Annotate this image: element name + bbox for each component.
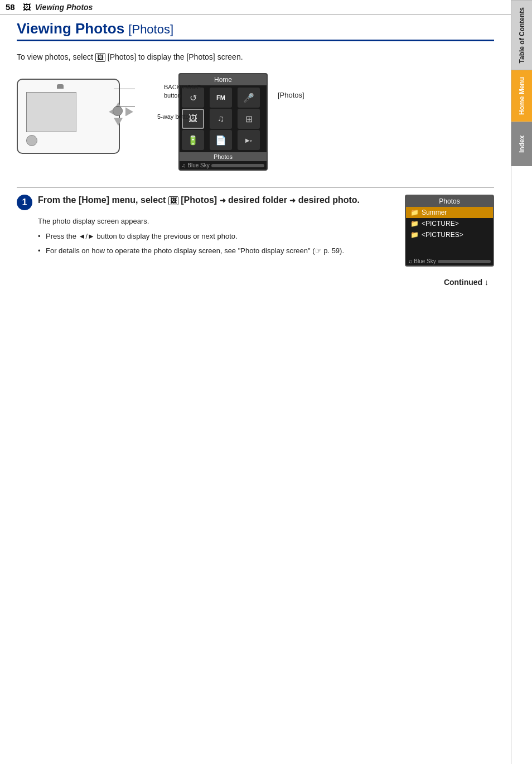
photos-row-0-label: Summer bbox=[422, 209, 447, 216]
photos-row-0: 📁 Summer bbox=[406, 207, 493, 218]
label-5way: 5-way button bbox=[157, 113, 192, 120]
continued-text: Continued ↓ bbox=[444, 278, 489, 287]
step-title-text4: desired photo. bbox=[298, 195, 360, 205]
main-content: Viewing Photos [Photos] To view photos, … bbox=[0, 20, 511, 309]
nav-mid-btn bbox=[113, 106, 123, 116]
section-divider bbox=[17, 187, 494, 188]
tab-toc-label: Table of Contents bbox=[518, 7, 526, 63]
tab-home-label: Home Menu bbox=[518, 77, 526, 115]
photos-footer-text: ♫ Blue Sky bbox=[408, 258, 436, 264]
device-body bbox=[17, 79, 120, 154]
step-content: 1 From the [Home] menu, select 🖼 [Photos… bbox=[17, 195, 388, 259]
continued-area: Continued ↓ bbox=[17, 278, 489, 287]
tab-index[interactable]: Index bbox=[511, 122, 532, 166]
photos-row-2-label: <PICTURES> bbox=[422, 231, 463, 239]
step-photo-icon: 🖼 bbox=[168, 196, 178, 205]
photos-row-0-icon: 📁 bbox=[410, 209, 419, 216]
step-body: The photo display screen appears. Press … bbox=[38, 216, 388, 257]
home-screen-footer: ♫ Blue Sky bbox=[180, 161, 267, 170]
home-footer-bar bbox=[211, 164, 264, 167]
label-line-5way bbox=[115, 107, 135, 107]
intro-text: To view photos, select 🖼 [Photos] to dis… bbox=[17, 52, 494, 62]
label-line-backhome bbox=[114, 89, 135, 89]
home-icon-fm: FM bbox=[210, 88, 232, 108]
tab-home-menu[interactable]: Home Menu bbox=[511, 70, 532, 122]
home-icon-mic: 🎤 bbox=[238, 88, 260, 108]
step-1-section: 1 From the [Home] menu, select 🖼 [Photos… bbox=[17, 195, 494, 267]
bullet-1: Press the ◄/► button to display the prev… bbox=[38, 231, 388, 243]
step-body-intro: The photo display screen appears. bbox=[38, 216, 388, 228]
step-arrow1: ➜ bbox=[220, 196, 226, 206]
step-number: 1 bbox=[17, 195, 32, 210]
device-screen bbox=[26, 92, 76, 132]
step-arrow2: ➜ bbox=[289, 196, 296, 206]
section-header: Viewing Photos [Photos] bbox=[17, 20, 494, 41]
section-title: Viewing Photos [Photos] bbox=[17, 20, 173, 37]
nav-right-btn bbox=[125, 107, 133, 116]
step-header: 1 From the [Home] menu, select 🖼 [Photos… bbox=[17, 195, 388, 210]
photos-row-1-label: <PICTURE> bbox=[422, 220, 459, 228]
step-title-text3: desired folder bbox=[228, 195, 289, 205]
nav-down-btn bbox=[114, 118, 123, 125]
tab-table-of-contents[interactable]: Table of Contents bbox=[511, 0, 532, 70]
step-title-text1: From the [Home] menu, select bbox=[38, 195, 168, 205]
device-illustration: BACK/HOMEbutton 5-way button bbox=[17, 73, 145, 162]
home-screen-section-label: Photos bbox=[180, 152, 267, 161]
photos-icon-top: 🖼 bbox=[23, 3, 31, 12]
photos-screen-footer: ♫ Blue Sky bbox=[406, 257, 493, 265]
step-title: From the [Home] menu, select 🖼 [Photos] … bbox=[38, 195, 360, 206]
section-bracket: [Photos] bbox=[128, 22, 173, 36]
step-bullet-list: Press the ◄/► button to display the prev… bbox=[38, 231, 388, 257]
right-tabs: Table of Contents Home Menu Index bbox=[511, 0, 532, 764]
tab-index-label: Index bbox=[518, 136, 526, 153]
photos-screen-mockup: Photos 📁 Summer 📁 <PICTURE> 📁 <PICTURES>… bbox=[405, 195, 494, 267]
photos-row-1-icon: 📁 bbox=[410, 220, 419, 228]
photos-row-2: 📁 <PICTURES> bbox=[406, 229, 493, 240]
page-number: 58 bbox=[6, 2, 15, 12]
home-icon-music: ♫ bbox=[210, 109, 232, 129]
photos-row-1: 📁 <PICTURE> bbox=[406, 218, 493, 229]
diagram-wrapper: BACK/HOMEbutton 5-way button Home ↺ FM 🎤… bbox=[17, 73, 494, 171]
home-footer-text: ♫ Blue Sky bbox=[182, 162, 210, 168]
home-icon-repeat: ▶₂ bbox=[238, 130, 260, 150]
device-back-button bbox=[26, 135, 37, 146]
step-title-text2: [Photos] bbox=[181, 195, 219, 205]
photos-row-2-icon: 📁 bbox=[410, 231, 419, 239]
home-icon-battery: 🔋 bbox=[182, 130, 204, 150]
home-icon-video: ⊞ bbox=[238, 109, 260, 129]
label-backhome: BACK/HOMEbutton bbox=[164, 83, 201, 99]
home-icon-settings: 📄 bbox=[210, 130, 232, 150]
top-bar: 58 🖼 Viewing Photos bbox=[0, 0, 532, 14]
bullet-2: For details on how to operate the photo … bbox=[38, 245, 388, 257]
device-jack bbox=[57, 84, 64, 89]
photos-inline-icon: 🖼 bbox=[95, 53, 105, 62]
photos-footer-bar bbox=[438, 260, 491, 263]
photos-screen-title: Photos bbox=[406, 196, 493, 207]
photos-bracket-label: [Photos] bbox=[278, 91, 304, 99]
top-bar-title: Viewing Photos bbox=[35, 3, 93, 12]
